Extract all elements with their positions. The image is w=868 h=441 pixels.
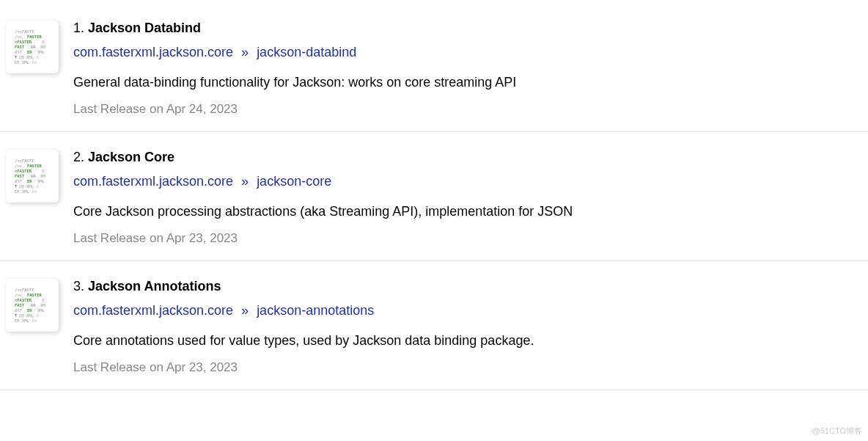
svg-text:X: X [42, 40, 45, 44]
artifact-link[interactable]: jackson-databind [257, 45, 356, 59]
artifact-icon: /><FASTE />< FASTER <FASTER X FAST ER XM… [6, 150, 59, 203]
group-link[interactable]: com.fasterxml.jackson.core [73, 303, 233, 318]
svg-text:ER XML /: ER XML / [19, 55, 39, 59]
svg-text:ER XML />: ER XML /> [15, 60, 37, 65]
svg-text:X: X [42, 298, 45, 302]
result-title: 3. Jackson Annotations [73, 279, 862, 294]
svg-text:ER XML />: ER XML /> [15, 189, 37, 194]
artifact-icon: /><FASTE />< FASTER <FASTER X FAST ER XM… [6, 279, 59, 332]
svg-text:/><: />< [15, 164, 23, 168]
svg-text:X: X [42, 169, 45, 173]
result-description: General data-binding functionality for J… [73, 75, 862, 90]
path-separator-icon: » [241, 174, 249, 189]
result-description: Core Jackson processing abstractions (ak… [73, 204, 862, 219]
svg-text:ER: ER [31, 45, 36, 49]
artifact-icon: /><FASTE />< FASTER <FASTER X FAST ER XM… [6, 21, 59, 73]
result-title: 2. Jackson Core [73, 150, 862, 165]
result-number: 1. [73, 21, 84, 35]
svg-text:T: T [15, 184, 18, 189]
svg-text:<FASTER: <FASTER [15, 169, 32, 173]
search-result: /><FASTE />< FASTER <FASTER X FAST ER XM… [0, 261, 868, 390]
svg-text:ER: ER [31, 174, 36, 178]
svg-text:T: T [15, 313, 18, 318]
result-description: Core annotations used for value types, u… [73, 333, 862, 349]
svg-text:FAST: FAST [15, 303, 25, 307]
result-number: 2. [73, 150, 84, 164]
svg-text:XML: XML [37, 308, 45, 313]
artifact-link[interactable]: jackson-core [257, 174, 331, 189]
svg-text:XM: XM [40, 45, 45, 49]
svg-text:T: T [15, 55, 18, 59]
svg-text:/><: />< [15, 293, 23, 297]
svg-text:ER XML />: ER XML /> [15, 318, 37, 323]
result-name[interactable]: Jackson Core [88, 150, 174, 164]
result-title: 1. Jackson Databind [73, 21, 862, 36]
svg-text:XML: XML [37, 179, 45, 183]
svg-text:FASTER: FASTER [27, 34, 43, 39]
svg-text:AST: AST [15, 50, 23, 54]
last-release: Last Release on Apr 23, 2023 [73, 360, 862, 375]
svg-text:FASTER: FASTER [27, 164, 43, 168]
svg-text:ER XML /: ER XML / [19, 313, 39, 318]
artifact-link[interactable]: jackson-annotations [257, 303, 374, 318]
svg-text:AST: AST [15, 179, 23, 183]
package-path: com.fasterxml.jackson.core » jackson-ann… [73, 303, 862, 318]
svg-text:FAST: FAST [15, 174, 25, 178]
svg-text:XML: XML [37, 50, 45, 54]
package-path: com.fasterxml.jackson.core » jackson-dat… [73, 45, 862, 60]
result-number: 3. [73, 279, 84, 294]
svg-text:/><FASTE: /><FASTE [15, 288, 34, 292]
result-name[interactable]: Jackson Databind [88, 21, 201, 35]
svg-text:XM: XM [40, 303, 45, 307]
svg-text:ER: ER [27, 50, 32, 54]
group-link[interactable]: com.fasterxml.jackson.core [73, 45, 233, 59]
package-path: com.fasterxml.jackson.core » jackson-cor… [73, 174, 862, 189]
svg-text:/><: />< [15, 34, 23, 39]
svg-text:/><FASTE: /><FASTE [15, 29, 34, 34]
svg-text:ER: ER [27, 179, 32, 183]
result-name[interactable]: Jackson Annotations [88, 279, 221, 294]
svg-text:FASTER: FASTER [27, 293, 43, 297]
path-separator-icon: » [241, 45, 249, 59]
search-result: /><FASTE />< FASTER <FASTER X FAST ER XM… [0, 3, 868, 132]
search-result: /><FASTE />< FASTER <FASTER X FAST ER XM… [0, 132, 868, 261]
svg-text:ER: ER [31, 303, 36, 307]
last-release: Last Release on Apr 24, 2023 [73, 102, 862, 117]
svg-text:<FASTER: <FASTER [15, 298, 32, 302]
group-link[interactable]: com.fasterxml.jackson.core [73, 174, 233, 189]
path-separator-icon: » [241, 303, 249, 318]
result-content: 1. Jackson Databind com.fasterxml.jackso… [73, 19, 862, 117]
svg-text:AST: AST [15, 308, 23, 313]
svg-text:/><FASTE: /><FASTE [15, 158, 34, 163]
result-content: 3. Jackson Annotations com.fasterxml.jac… [73, 277, 862, 375]
svg-text:XM: XM [40, 174, 45, 178]
last-release: Last Release on Apr 23, 2023 [73, 231, 862, 246]
svg-text:ER: ER [27, 308, 32, 313]
svg-text:<FASTER: <FASTER [15, 40, 32, 44]
svg-text:FAST: FAST [15, 45, 25, 49]
result-content: 2. Jackson Core com.fasterxml.jackson.co… [73, 148, 862, 246]
svg-text:ER XML /: ER XML / [19, 184, 39, 189]
